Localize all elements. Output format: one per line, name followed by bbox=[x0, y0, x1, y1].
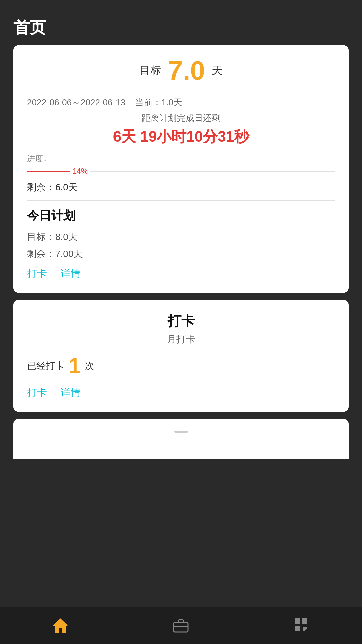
date-range: 2022-06-06～2022-06-13 当前：1.0天 bbox=[27, 97, 335, 108]
checkin-card: 打卡 月打卡 已经打卡 1 次 打卡 详情 bbox=[13, 300, 349, 412]
home-icon bbox=[51, 616, 69, 635]
grid-icon bbox=[293, 616, 311, 635]
app-header: 首页 bbox=[0, 0, 362, 45]
svg-rect-6 bbox=[302, 618, 307, 624]
progress-percent: 14% bbox=[70, 167, 90, 176]
progress-label: 进度↓ bbox=[27, 153, 335, 164]
checkin-count-prefix: 已经打卡 bbox=[27, 359, 65, 372]
goal-label: 目标 bbox=[139, 63, 161, 78]
checkin-subtitle: 月打卡 bbox=[27, 333, 335, 346]
progress-bar: 14% bbox=[27, 167, 335, 176]
checkin-count-value: 1 bbox=[69, 355, 81, 377]
checkin-title: 打卡 bbox=[27, 312, 335, 330]
card3-indicator bbox=[174, 431, 188, 433]
current-label: 当前： bbox=[135, 97, 161, 107]
svg-rect-9 bbox=[306, 627, 307, 629]
section-divider bbox=[27, 200, 335, 201]
svg-rect-7 bbox=[295, 626, 300, 631]
svg-rect-8 bbox=[303, 627, 306, 630]
card1-detail-button[interactable]: 详情 bbox=[61, 267, 81, 281]
countdown-value: 6天 19小时10分31秒 bbox=[27, 127, 335, 147]
goal-card: 目标 7.0 天 2022-06-06～2022-06-13 当前：1.0天 距… bbox=[13, 45, 349, 293]
card2-detail-button[interactable]: 详情 bbox=[61, 386, 81, 400]
card1-actions: 打卡 详情 bbox=[27, 267, 335, 281]
goal-value: 7.0 bbox=[168, 57, 205, 84]
checkin-count-suffix: 次 bbox=[85, 359, 94, 372]
bottom-nav bbox=[0, 607, 362, 644]
nav-briefcase[interactable] bbox=[121, 616, 241, 635]
today-goal: 目标：8.0天 bbox=[27, 231, 335, 243]
divider-1 bbox=[27, 91, 335, 91]
progress-filled bbox=[27, 171, 70, 172]
date-range-text: 2022-06-06～2022-06-13 bbox=[27, 97, 125, 107]
card2-checkin-button[interactable]: 打卡 bbox=[27, 386, 47, 400]
briefcase-icon bbox=[172, 616, 190, 635]
page-title: 首页 bbox=[13, 18, 46, 36]
goal-header: 目标 7.0 天 bbox=[27, 57, 335, 84]
current-value: 1.0天 bbox=[161, 97, 182, 107]
remaining-text: 剩余：6.0天 bbox=[27, 181, 335, 194]
svg-rect-1 bbox=[174, 622, 188, 632]
svg-marker-0 bbox=[53, 618, 68, 633]
nav-grid[interactable] bbox=[241, 616, 362, 635]
main-content: 目标 7.0 天 2022-06-06～2022-06-13 当前：1.0天 距… bbox=[0, 45, 362, 607]
countdown-label: 距离计划完成日还剩 bbox=[27, 112, 335, 124]
card3-partial bbox=[13, 419, 349, 459]
today-plan-title: 今日计划 bbox=[27, 207, 335, 224]
card2-actions: 打卡 详情 bbox=[27, 386, 335, 400]
goal-unit: 天 bbox=[212, 63, 223, 78]
checkin-count: 已经打卡 1 次 bbox=[27, 355, 335, 377]
svg-rect-5 bbox=[295, 618, 300, 624]
today-remaining: 剩余：7.00天 bbox=[27, 248, 335, 260]
card1-checkin-button[interactable]: 打卡 bbox=[27, 267, 47, 281]
progress-section: 进度↓ 14% bbox=[27, 153, 335, 176]
nav-home[interactable] bbox=[0, 616, 121, 635]
progress-empty bbox=[90, 171, 335, 172]
svg-rect-10 bbox=[303, 630, 305, 631]
